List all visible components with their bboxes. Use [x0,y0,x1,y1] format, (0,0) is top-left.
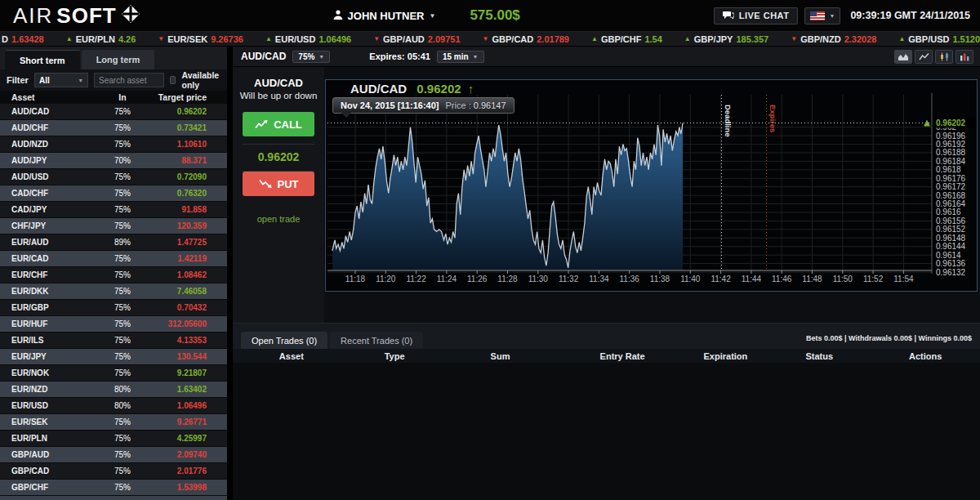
bar-chart-button[interactable] [956,50,973,64]
asset-row[interactable]: EUR/CHF75%1.08462 [0,267,227,283]
asset-row[interactable]: GBP/AUD75%2.09740 [0,447,227,463]
asset-name: EUR/CAD [0,254,90,263]
trades-tab-bar: Open Trades (0) Recent Trades (0) Bets 0… [233,324,980,349]
chart-title-price: 0.96202 [416,82,461,96]
asset-row[interactable]: EUR/JPY75%130.544 [0,349,227,365]
asset-payout: 75% [90,368,155,377]
ticker-value: 9.26736 [211,34,243,44]
asset-target-price: 91.858 [155,205,227,214]
ticker-item: ▲GBP/JPY185.357 [684,34,768,44]
duration-select[interactable]: 15 min ▼ [437,51,484,63]
ticker-pair: GBP/CAD [492,34,533,44]
open-trade-link[interactable]: open trade [233,214,324,224]
trade-asset-label: AUD/CAD [233,77,324,89]
tooltip-price-label: Price : [446,100,471,110]
asset-row[interactable]: EUR/ILS75%4.13353 [0,333,227,349]
trades-col-status: Status [768,351,871,361]
candlestick-chart-button[interactable] [935,50,953,64]
ticker-pair: GBP/AUD [383,34,425,44]
asset-row[interactable]: CHF/JPY75%120.359 [0,218,227,234]
asset-list: AUD/CAD75%0.96202AUD/CHF75%0.73421AUD/NZ… [0,104,227,500]
asset-row[interactable]: GBP/CAD75%2.01776 [0,463,227,480]
asset-row[interactable]: AUD/JPY70%88.371 [0,153,227,169]
payout-select[interactable]: 75% ▼ [292,51,330,63]
asset-payout: 75% [90,483,155,492]
asset-row[interactable]: EUR/DKK75%7.46058 [0,283,227,300]
asset-target-price: 1.10610 [155,140,227,149]
chart-tooltip: Nov 24, 2015 [11:16:40] Price : 0.96147 [332,97,514,114]
asset-name: GBP/AUD [0,450,90,459]
ticker-pair: GBP/JPY [694,34,733,44]
chart-down-icon [259,179,272,189]
asset-row[interactable]: AUD/CAD75%0.96202 [0,104,227,120]
ticker-value: 2.32028 [844,34,877,44]
asset-row[interactable]: EUR/NOK75%9.21807 [0,365,227,382]
col-asset: Asset [0,92,90,102]
filter-select[interactable]: All ▼ [34,73,88,87]
header: AIR SOFT JOHN HUTNER ▼ 575.00$ LIVE CHAT… [0,0,980,31]
asset-row[interactable]: EUR/SEK75%9.26771 [0,414,227,431]
asset-row[interactable]: GBP/CHF75%1.53998 [0,480,227,496]
asset-row[interactable]: EUR/HUF75%312.05600 [0,316,227,333]
asset-target-price: 0.70432 [155,303,227,312]
asset-target-price: 7.46058 [155,287,227,296]
asset-payout: 75% [90,467,155,475]
live-chat-button[interactable]: LIVE CHAT [714,7,799,25]
svg-text:11:42: 11:42 [710,275,731,283]
asset-row[interactable]: AUD/USD75%0.72090 [0,169,227,185]
svg-text:11:36: 11:36 [620,275,640,283]
search-input[interactable] [94,73,164,87]
svg-text:0.96152: 0.96152 [936,225,966,234]
asset-name: AUD/CAD [0,107,90,116]
filter-row: Filter All ▼ Available only [0,69,227,91]
asset-name: GBP/CHF [0,483,90,492]
svg-text:11:44: 11:44 [742,275,762,283]
asset-row[interactable]: AUD/NZD75%1.10610 [0,136,227,153]
line-chart-button[interactable] [915,50,933,64]
asset-name: EUR/NZD [0,385,90,394]
asset-row[interactable]: EUR/GBP75%0.70432 [0,300,227,316]
ticker-value: 1.54 [644,34,662,44]
asset-row[interactable]: CAD/CHF75%0.76320 [0,185,227,202]
asset-target-price: 4.13353 [155,336,227,345]
trades-col-sum: Sum [439,351,562,361]
asset-row[interactable]: AUD/CHF75%0.73421 [0,120,227,136]
chart-container: DeadlineExpires11:1811:2011:2211:2411:26… [325,79,978,292]
asset-row[interactable]: CAD/JPY75%91.858 [0,202,227,218]
asset-name: EUR/USD [0,401,90,410]
svg-text:11:32: 11:32 [559,275,579,283]
available-only-checkbox[interactable] [170,76,176,84]
asset-target-price: 1.63402 [155,385,227,394]
tab-recent-trades[interactable]: Recent Trades (0) [330,332,423,349]
asset-target-price: 1.42119 [155,254,227,263]
svg-text:11:48: 11:48 [802,275,822,283]
ticker-pair: EUR/SEK [167,34,207,44]
main-content: AUD/CAD 75% ▼ Expires: 05:41 15 min ▼ [233,47,980,500]
area-chart-button[interactable] [894,50,912,64]
ticker-value: 1.06496 [318,34,351,44]
call-button[interactable]: CALL [243,112,314,136]
asset-row[interactable]: EUR/AUD89%1.47725 [0,234,227,251]
asset-target-price: 0.72090 [155,172,227,181]
svg-text:0.96164: 0.96164 [936,199,966,208]
asset-payout: 75% [90,352,155,361]
tab-open-trades[interactable]: Open Trades (0) [241,332,327,349]
asset-row[interactable]: EUR/USD80%1.06496 [0,398,227,414]
tab-short-term[interactable]: Short term [5,50,80,69]
asset-row[interactable]: EUR/CAD75%1.42119 [0,251,227,267]
asset-payout: 75% [90,107,155,116]
asset-row[interactable]: EUR/PLN75%4.25997 [0,431,227,447]
asset-target-price: 88.371 [155,156,227,165]
language-selector[interactable]: ▼ [804,7,840,25]
up-arrow-icon: ▲ [591,35,598,42]
asset-target-price: 0.96202 [155,107,227,116]
user-menu[interactable]: JOHN HUTNER ▼ [333,10,436,22]
put-button[interactable]: PUT [243,172,314,196]
asset-name: EUR/SEK [0,417,90,426]
tab-long-term[interactable]: Long term [82,50,155,69]
svg-text:0.96188: 0.96188 [936,148,966,157]
svg-text:11:52: 11:52 [863,275,884,283]
asset-row[interactable]: EUR/NZD80%1.63402 [0,382,227,398]
current-price: 0.96202 [233,150,324,163]
asset-payout: 75% [90,319,155,328]
